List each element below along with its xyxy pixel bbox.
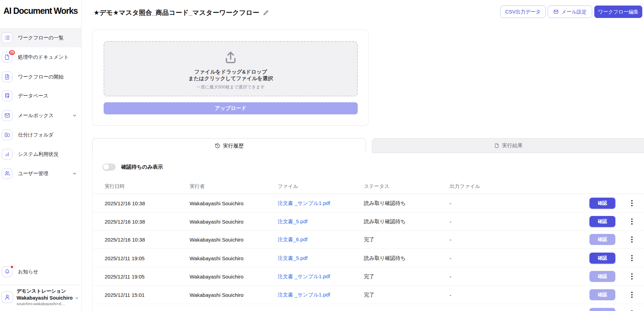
edit-title-icon[interactable] — [263, 10, 269, 16]
tab-execution-history[interactable]: 実行履歴 — [92, 138, 366, 153]
sidebar-divider — [0, 285, 82, 285]
cell-status: 完了 — [364, 273, 374, 280]
table-row: 2025/12/16 10:38 Wakabayashi Souichiro 注… — [93, 230, 644, 249]
cell-output: - — [450, 255, 451, 261]
cell-output: - — [450, 219, 451, 225]
page-title: ★デモ★マスタ照合_商品コード_マスターワークフロー — [94, 8, 269, 17]
bell-icon — [2, 266, 12, 277]
dropzone-line2: またはクリックしてファイルを選択 — [189, 75, 273, 82]
header-actions: CSV出力データ メール設定 ワークフロー編集 — [500, 6, 642, 18]
cell-executor: Wakabayashi Souichiro — [190, 200, 243, 206]
table-row: 2025/12/11 19:05 Wakabayashi Souichiro 注… — [93, 249, 644, 267]
processing-count-badge: 29 — [8, 49, 16, 56]
confirm-button[interactable]: 確認 — [589, 253, 615, 264]
users-icon — [2, 168, 12, 179]
sidebar-item-workflow-list[interactable]: ワークフローの一覧 — [0, 28, 82, 47]
sidebar-item-database[interactable]: データベース — [0, 86, 82, 105]
cell-status: 読み取り確認待ち — [364, 218, 406, 225]
workflow-edit-button[interactable]: ワークフロー編集 — [594, 6, 642, 18]
cell-output: - — [450, 237, 451, 243]
row-menu-kebab[interactable] — [629, 272, 634, 281]
document-icon: 29 — [2, 52, 12, 63]
cell-datetime: 2025/12/16 10:38 — [105, 200, 145, 206]
sidebar-item-label: メールボックス — [18, 112, 54, 119]
history-icon — [215, 143, 220, 149]
file-link[interactable]: 注文書_6.pdf — [278, 236, 308, 243]
sidebar-item-label: ワークフローの一覧 — [18, 35, 64, 41]
row-menu-kebab[interactable] — [629, 253, 634, 263]
row-menu-kebab[interactable] — [629, 290, 634, 300]
sidebar-item-notifications[interactable]: お知らせ — [0, 262, 82, 281]
folder-move-icon — [2, 130, 12, 140]
cell-status: 読み取り確認待ち — [364, 255, 406, 262]
sidebar-item-label: データベース — [18, 93, 48, 99]
document-icon — [494, 143, 499, 148]
table-row: 2025/12/16 10:38 Wakabayashi Souichiro 注… — [93, 213, 644, 231]
sidebar-item-user-management[interactable]: ユーザー管理 — [0, 164, 82, 183]
cell-executor: Wakabayashi Souichiro — [190, 274, 243, 280]
toggle-label: 確認待ちのみ表示 — [121, 164, 163, 170]
sidebar-item-sorting-folder[interactable]: 仕分けフォルダ — [0, 125, 82, 144]
mail-icon — [553, 9, 559, 15]
file-link[interactable]: 注文書 _サンプル1.pdf — [278, 292, 330, 298]
table-row: 2025/12/11 15:01 Wakabayashi Souichiro 注… — [93, 286, 644, 304]
file-link[interactable]: 注文書 _サンプル1.pdf — [278, 200, 330, 207]
col-output: 出力ファイル — [450, 183, 480, 190]
cell-datetime: 2025/12/11 19:05 — [105, 274, 145, 280]
col-status: ステータス — [364, 183, 390, 190]
row-menu-kebab[interactable] — [629, 198, 634, 208]
table-row-partial: 確認 — [93, 304, 644, 311]
sidebar-item-label: ユーザー管理 — [18, 170, 48, 177]
confirm-button-disabled[interactable]: 確認 — [589, 308, 615, 311]
col-executor: 実行者 — [190, 183, 205, 190]
file-link[interactable]: 注文書_5.pdf — [278, 255, 308, 262]
upload-button[interactable]: アップロード — [104, 102, 358, 114]
csv-export-button[interactable]: CSV出力データ — [500, 6, 546, 18]
sidebar-item-label: 処理中のドキュメント — [18, 54, 69, 60]
row-menu-kebab[interactable] — [629, 309, 634, 311]
cell-status: 完了 — [364, 292, 374, 298]
file-link[interactable]: 注文書 _サンプル1.pdf — [278, 273, 330, 280]
tab-execution-results[interactable]: 実行結果 — [372, 138, 644, 153]
account-org: デモンストレーション — [17, 288, 81, 294]
table-row: 2025/12/11 19:05 Wakabayashi Souichiro 注… — [93, 267, 644, 286]
upload-icon — [223, 50, 238, 65]
account-name: Wakabayashi Souichiro — [17, 295, 73, 301]
upload-card: ファイルをドラッグ&ドロップ またはクリックしてファイルを選択 一度に最大500… — [92, 29, 368, 125]
list-icon — [2, 32, 12, 43]
sidebar-item-mailbox[interactable]: メールボックス — [0, 106, 82, 125]
file-dropzone[interactable]: ファイルをドラッグ&ドロップ またはクリックしてファイルを選択 一度に最大500… — [104, 41, 358, 96]
pending-only-toggle[interactable] — [103, 163, 116, 171]
row-menu-kebab[interactable] — [629, 217, 634, 226]
sidebar-item-label: システム利用状況 — [18, 151, 58, 158]
sidebar: AI Document Works ワークフローの一覧 29 処理中のドキュメン… — [0, 0, 82, 311]
filter-row: 確認待ちのみ表示 — [103, 163, 163, 171]
confirm-button[interactable]: 確認 — [589, 216, 615, 227]
sidebar-item-processing-documents[interactable]: 29 処理中のドキュメント — [0, 47, 82, 67]
confirm-button-disabled[interactable]: 確認 — [589, 289, 615, 300]
cell-executor: Wakabayashi Souichiro — [190, 292, 243, 298]
dropzone-line1: ファイルをドラッグ&ドロップ — [194, 68, 267, 75]
row-menu-kebab[interactable] — [629, 235, 634, 244]
dropzone-hint: 一度に最大500枚まで選択できます — [196, 84, 265, 90]
cell-executor: Wakabayashi Souichiro — [190, 237, 243, 243]
account-menu[interactable]: デモンストレーション Wakabayashi Souichiro souichi… — [1, 288, 81, 306]
chevron-down-icon — [75, 296, 79, 300]
confirm-button-disabled[interactable]: 確認 — [589, 234, 615, 245]
file-link[interactable]: 注文書_5.pdf — [278, 218, 308, 225]
confirm-button-disabled[interactable]: 確認 — [589, 271, 615, 282]
chevron-down-icon — [72, 113, 77, 118]
database-icon — [2, 91, 12, 101]
cell-datetime: 2025/12/11 19:05 — [105, 255, 145, 261]
sidebar-item-system-usage[interactable]: システム利用状況 — [0, 144, 82, 164]
sidebar-item-start-workflow[interactable]: ワークフローの開始 — [0, 67, 82, 86]
bar-chart-icon — [2, 149, 12, 160]
app-root: AI Document Works ワークフローの一覧 29 処理中のドキュメン… — [0, 0, 644, 311]
avatar-icon — [1, 291, 13, 303]
account-email: souichiro.wakabayashi+d… — [17, 302, 81, 306]
cell-output: - — [450, 292, 451, 298]
confirm-button[interactable]: 確認 — [589, 198, 615, 209]
mail-settings-button[interactable]: メール設定 — [548, 6, 592, 18]
cell-status: 読み取り確認待ち — [364, 200, 406, 207]
chevron-down-icon — [72, 171, 77, 176]
